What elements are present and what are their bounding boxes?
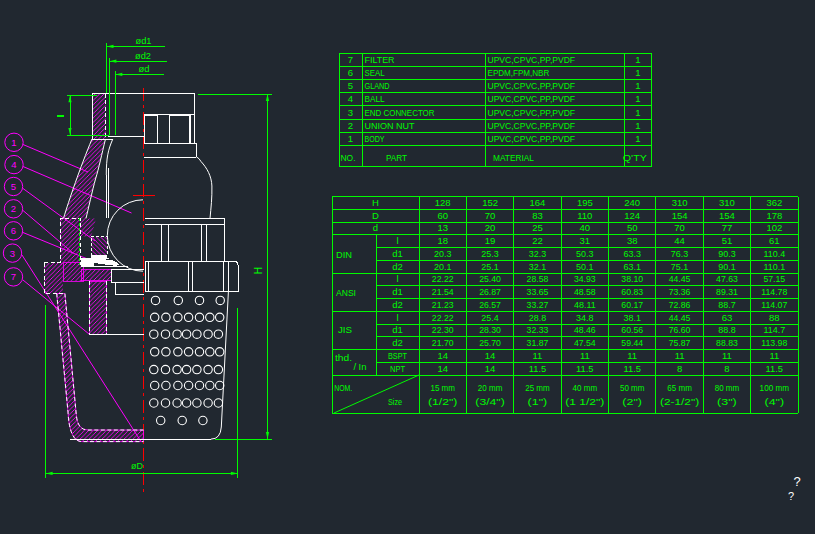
svg-text:50.3: 50.3 — [576, 248, 593, 259]
svg-text:l: l — [396, 235, 398, 246]
svg-text:21.70: 21.70 — [432, 337, 454, 348]
svg-text:7: 7 — [11, 271, 16, 282]
svg-text:57.15: 57.15 — [763, 273, 785, 284]
svg-text:124: 124 — [624, 210, 640, 221]
svg-text:75.87: 75.87 — [669, 337, 691, 348]
svg-text:310: 310 — [719, 197, 735, 208]
svg-text:1: 1 — [348, 133, 353, 144]
svg-text:88: 88 — [769, 312, 780, 323]
svg-text:UPVC,CPVC,PP,PVDF: UPVC,CPVC,PP,PVDF — [488, 80, 576, 91]
svg-text:25: 25 — [532, 222, 543, 233]
svg-text:FILTER: FILTER — [365, 54, 395, 65]
svg-text:d2: d2 — [392, 337, 403, 348]
svg-text:1: 1 — [635, 133, 640, 144]
svg-text:BALL: BALL — [365, 93, 385, 104]
svg-text:154: 154 — [672, 210, 688, 221]
svg-text:48.58: 48.58 — [574, 286, 596, 297]
svg-text:38.10: 38.10 — [621, 273, 643, 284]
svg-text:44.45: 44.45 — [669, 273, 691, 284]
svg-text:25.40: 25.40 — [479, 273, 501, 284]
svg-text:90.1: 90.1 — [718, 261, 735, 272]
svg-text:ANSI: ANSI — [336, 287, 356, 298]
svg-text:(1 1/2"): (1 1/2") — [565, 396, 604, 407]
svg-text:26.57: 26.57 — [479, 299, 501, 310]
svg-text:63.1: 63.1 — [623, 261, 640, 272]
svg-text:11: 11 — [769, 350, 779, 361]
svg-text:80 mm: 80 mm — [715, 382, 740, 393]
svg-text:21.54: 21.54 — [432, 286, 454, 297]
svg-text:70: 70 — [674, 222, 685, 233]
svg-text:61: 61 — [769, 235, 780, 246]
svg-text:63.3: 63.3 — [623, 248, 640, 259]
svg-text:47.63: 47.63 — [716, 273, 738, 284]
svg-text:22: 22 — [532, 235, 543, 246]
svg-text:50 mm: 50 mm — [620, 382, 645, 393]
svg-text:(3/4"): (3/4") — [475, 396, 504, 407]
svg-text:UNION NUT: UNION NUT — [365, 120, 415, 131]
svg-text:GLAND: GLAND — [365, 80, 390, 91]
svg-text:11: 11 — [533, 350, 543, 361]
svg-text:2: 2 — [348, 120, 353, 131]
svg-text:60: 60 — [437, 210, 448, 221]
svg-text:88.83: 88.83 — [716, 337, 738, 348]
svg-text:5: 5 — [11, 181, 16, 192]
svg-text:33.65: 33.65 — [527, 286, 549, 297]
svg-text:EPDM,FPM,NBR: EPDM,FPM,NBR — [488, 67, 550, 78]
svg-text:19: 19 — [485, 235, 496, 246]
svg-text:110.1: 110.1 — [763, 261, 785, 272]
svg-text:48.11: 48.11 — [574, 299, 596, 310]
svg-text:25 mm: 25 mm — [525, 382, 550, 393]
svg-text:d2: d2 — [392, 299, 403, 310]
svg-text:60.83: 60.83 — [621, 286, 643, 297]
svg-text:UPVC,CPVC,PP,PVDF: UPVC,CPVC,PP,PVDF — [488, 54, 576, 65]
svg-text:25.3: 25.3 — [481, 248, 498, 259]
svg-text:d: d — [373, 222, 378, 233]
svg-text:ød: ød — [139, 63, 150, 74]
svg-text:ød2: ød2 — [135, 50, 151, 61]
svg-text:73.36: 73.36 — [669, 286, 691, 297]
svg-text:DIN: DIN — [336, 249, 352, 260]
svg-text:18: 18 — [437, 235, 448, 246]
svg-text:51: 51 — [722, 235, 733, 246]
svg-text:UPVC,CPVC,PP,PVDF: UPVC,CPVC,PP,PVDF — [488, 120, 576, 131]
svg-text:154: 154 — [719, 210, 735, 221]
svg-text:178: 178 — [766, 210, 782, 221]
svg-text:77: 77 — [722, 222, 733, 233]
svg-text:44.45: 44.45 — [669, 312, 691, 323]
svg-text:65 mm: 65 mm — [667, 382, 692, 393]
svg-text:28.30: 28.30 — [479, 324, 501, 335]
svg-text:88.7: 88.7 — [718, 299, 735, 310]
svg-text:76.60: 76.60 — [669, 324, 691, 335]
svg-text:25.70: 25.70 — [479, 337, 501, 348]
svg-text:32.33: 32.33 — [527, 324, 549, 335]
svg-text:102: 102 — [766, 222, 782, 233]
svg-text:1: 1 — [635, 93, 640, 104]
svg-text:Size: Size — [388, 396, 402, 407]
svg-text:28.58: 28.58 — [527, 273, 549, 284]
svg-text:14: 14 — [437, 363, 448, 374]
svg-text:(2-1/2"): (2-1/2") — [660, 396, 699, 407]
svg-text:38.1: 38.1 — [623, 312, 640, 323]
svg-text:34.93: 34.93 — [574, 273, 596, 284]
svg-text:21.23: 21.23 — [432, 299, 454, 310]
svg-text:60.17: 60.17 — [621, 299, 643, 310]
svg-text:H: H — [253, 267, 264, 274]
svg-text:20: 20 — [485, 222, 496, 233]
svg-text:d1: d1 — [392, 248, 403, 259]
svg-text:128: 128 — [435, 197, 451, 208]
svg-text:59.44: 59.44 — [621, 337, 643, 348]
svg-text:1: 1 — [635, 54, 640, 65]
svg-text:11.5: 11.5 — [766, 363, 783, 374]
svg-text:100 mm: 100 mm — [760, 382, 789, 393]
svg-text:11.5: 11.5 — [576, 363, 593, 374]
svg-text:d1: d1 — [392, 286, 403, 297]
svg-text:20.1: 20.1 — [434, 261, 451, 272]
svg-text:5: 5 — [348, 80, 353, 91]
svg-text:14: 14 — [485, 363, 496, 374]
svg-text:NPT: NPT — [390, 363, 405, 374]
svg-text:8: 8 — [677, 363, 682, 374]
svg-text:(3"): (3") — [717, 396, 737, 407]
svg-text:UPVC,CPVC,PP,PVDF: UPVC,CPVC,PP,PVDF — [488, 93, 576, 104]
svg-text:PART: PART — [386, 152, 407, 163]
svg-text:14: 14 — [485, 350, 496, 361]
